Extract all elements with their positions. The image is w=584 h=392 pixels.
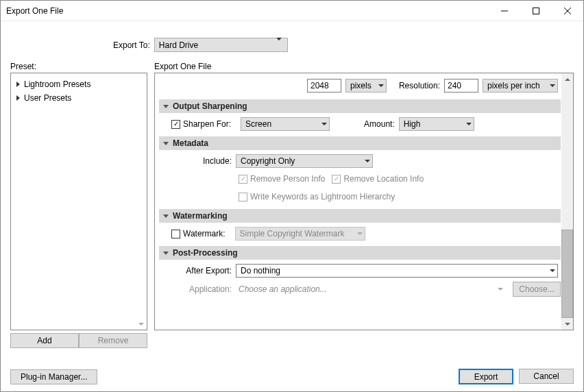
collapse-icon	[163, 252, 169, 255]
export-to-select[interactable]: Hard Drive	[154, 38, 288, 52]
write-keywords-checkbox: Write Keywords as Lightroom Hierarchy	[239, 192, 395, 201]
after-export-label: After Export:	[159, 266, 236, 275]
expand-icon	[16, 95, 20, 101]
chevron-down-icon	[550, 84, 555, 87]
chevron-down-icon	[321, 123, 327, 125]
choose-button: Choose...	[513, 282, 561, 297]
collapse-icon	[163, 105, 169, 108]
close-button[interactable]	[552, 1, 583, 21]
export-to-value: Hard Drive	[159, 40, 198, 50]
size-value-input[interactable]	[307, 79, 341, 93]
chevron-down-icon	[498, 288, 503, 291]
settings-panel: pixels Resolution: pixels per inch Outpu…	[154, 73, 574, 330]
scroll-down-icon[interactable]	[561, 318, 573, 330]
watermark-checkbox[interactable]: Watermark:	[171, 229, 226, 238]
preset-item-lightroom[interactable]: Lightroom Presets	[14, 77, 144, 91]
chevron-down-icon	[378, 84, 384, 87]
resolution-input[interactable]	[444, 79, 478, 93]
preset-add-button[interactable]: Add	[10, 333, 79, 348]
preset-remove-button: Remove	[79, 333, 147, 348]
section-watermarking[interactable]: Watermarking	[159, 209, 561, 223]
plugin-manager-button[interactable]: Plug-in Manager...	[10, 369, 97, 384]
minimize-button[interactable]	[489, 1, 520, 21]
size-unit-select[interactable]: pixels	[345, 79, 387, 93]
application-field: Choose an application...	[236, 284, 509, 294]
amount-select[interactable]: High	[399, 117, 474, 131]
preset-item-user[interactable]: User Presets	[14, 91, 144, 105]
chevron-down-icon	[365, 160, 370, 162]
preset-scrollbar[interactable]	[135, 73, 147, 330]
collapse-icon	[163, 142, 169, 145]
resolution-label: Resolution:	[399, 81, 440, 90]
svg-rect-1	[533, 8, 539, 14]
chevron-down-icon	[357, 232, 363, 235]
chevron-down-icon	[550, 269, 555, 272]
maximize-button[interactable]	[520, 1, 552, 21]
chevron-down-icon	[466, 123, 472, 125]
sharpen-for-select[interactable]: Screen	[241, 117, 330, 131]
amount-label: Amount:	[364, 119, 395, 129]
settings-scrollbar[interactable]	[561, 73, 573, 330]
resolution-unit-select[interactable]: pixels per inch	[483, 79, 558, 93]
expand-icon	[16, 82, 20, 87]
after-export-select[interactable]: Do nothing	[236, 264, 558, 278]
scroll-down-icon[interactable]	[135, 318, 147, 330]
watermark-select: Simple Copyright Watermark	[235, 227, 365, 241]
remove-person-checkbox: Remove Person Info	[239, 174, 325, 184]
section-post-processing[interactable]: Post-Processing	[159, 246, 561, 260]
section-metadata[interactable]: Metadata	[159, 136, 561, 150]
export-to-label: Export To:	[113, 40, 150, 50]
application-label: Application:	[159, 284, 236, 294]
chevron-down-icon	[273, 40, 284, 50]
window-title: Export One File	[6, 6, 489, 16]
remove-location-checkbox: Remove Location Info	[332, 174, 424, 184]
collapse-icon	[163, 215, 169, 218]
settings-label: Export One File	[154, 62, 574, 71]
preset-list[interactable]: Lightroom Presets User Presets	[10, 73, 147, 330]
export-button[interactable]: Export	[459, 369, 513, 384]
sharpen-for-checkbox[interactable]: Sharpen For:	[171, 119, 231, 129]
include-label: Include:	[159, 156, 236, 166]
preset-label: Preset:	[10, 62, 147, 71]
titlebar: Export One File	[1, 1, 583, 21]
include-select[interactable]: Copyright Only	[236, 154, 373, 168]
scroll-up-icon[interactable]	[561, 73, 573, 85]
cancel-button[interactable]: Cancel	[519, 369, 574, 384]
scroll-thumb[interactable]	[561, 230, 573, 318]
scroll-track[interactable]	[561, 85, 573, 318]
section-output-sharpening[interactable]: Output Sharpening	[159, 99, 561, 113]
